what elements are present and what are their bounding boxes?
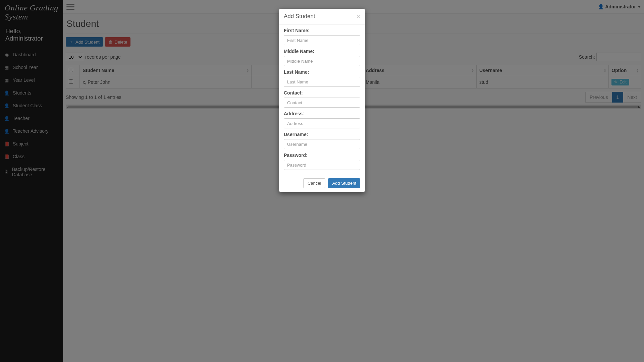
add-student-modal: Add Student × First Name: Middle Name: L…: [279, 9, 365, 192]
contact-input[interactable]: [284, 98, 360, 108]
modal-title: Add Student: [284, 13, 315, 20]
middle-name-input[interactable]: [284, 56, 360, 66]
last-name-label: Last Name:: [284, 69, 360, 75]
password-input[interactable]: [284, 160, 360, 170]
modal-close-button[interactable]: ×: [356, 13, 360, 20]
address-label: Address:: [284, 111, 360, 116]
address-input[interactable]: [284, 118, 360, 128]
cancel-button[interactable]: Cancel: [303, 178, 325, 188]
first-name-label: First Name:: [284, 28, 360, 33]
submit-add-student-button[interactable]: Add Student: [328, 178, 360, 188]
modal-body: First Name: Middle Name: Last Name: Cont…: [279, 24, 365, 174]
middle-name-label: Middle Name:: [284, 49, 360, 54]
modal-footer: Cancel Add Student: [279, 174, 365, 192]
modal-overlay[interactable]: Add Student × First Name: Middle Name: L…: [0, 0, 644, 362]
username-input[interactable]: [284, 139, 360, 149]
contact-label: Contact:: [284, 90, 360, 96]
modal-header: Add Student ×: [279, 9, 365, 24]
password-label: Password:: [284, 153, 360, 158]
username-label: Username:: [284, 132, 360, 137]
last-name-input[interactable]: [284, 77, 360, 87]
first-name-input[interactable]: [284, 35, 360, 45]
